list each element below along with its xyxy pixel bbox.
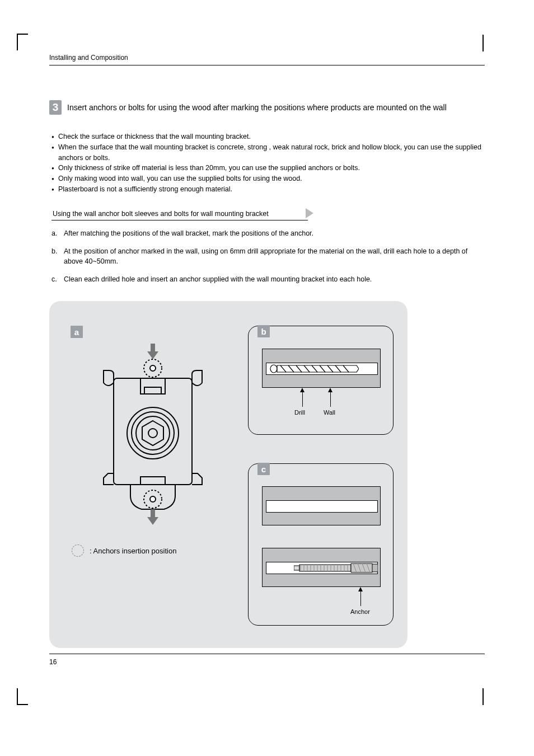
svg-point-7 bbox=[132, 412, 174, 454]
arrow-up-icon bbox=[302, 391, 303, 407]
svg-point-10 bbox=[148, 429, 157, 438]
svg-rect-5 bbox=[144, 387, 161, 394]
step-heading: 3 Insert anchors or bolts for using the … bbox=[49, 100, 485, 115]
bullet-list: Check the surface or thickness that the … bbox=[51, 132, 485, 195]
bullet-item: When the surface that the wall mounting … bbox=[51, 142, 485, 163]
crop-mark-top-right bbox=[483, 35, 484, 51]
figure-a-legend: : Anchors insertion position bbox=[72, 544, 176, 557]
letter-label: c. bbox=[51, 274, 64, 284]
page-content: Installing and Composition 3 Insert anch… bbox=[49, 54, 485, 648]
bullet-item: Only thickness of strike off material is… bbox=[51, 163, 485, 173]
figure-a-badge: a bbox=[71, 326, 83, 338]
crop-mark-bottom-right bbox=[483, 688, 484, 705]
figure-a: a bbox=[66, 326, 240, 534]
bullet-item: Plasterboard is not a sufficiently stron… bbox=[51, 184, 485, 195]
figure-c: c Anchor bbox=[248, 463, 394, 626]
figure-c-badge: c bbox=[257, 463, 270, 475]
crop-mark-bottom-left bbox=[17, 688, 28, 705]
anchor-position-icon bbox=[72, 544, 84, 557]
drill-label: Drill bbox=[294, 409, 305, 416]
arrow-up-icon bbox=[360, 590, 361, 606]
anchor-bolt-icon bbox=[294, 563, 378, 573]
svg-point-2 bbox=[150, 365, 156, 371]
figure-b: b Drill Wall bbox=[248, 326, 394, 435]
footer-rule bbox=[49, 654, 485, 654]
wall-hole-icon bbox=[262, 486, 381, 525]
bracket-diagram-icon bbox=[97, 344, 209, 534]
wall-cross-section-icon bbox=[262, 349, 381, 388]
svg-point-6 bbox=[127, 407, 179, 459]
letter-text: At the position of anchor marked in the … bbox=[64, 246, 485, 266]
subheading-text: Using the wall anchor bolt sleeves and b… bbox=[51, 209, 308, 220]
bullet-item: Only making wood into wall, you can use … bbox=[51, 173, 485, 184]
step-number-badge: 3 bbox=[49, 100, 62, 115]
bullet-item: Check the surface or thickness that the … bbox=[51, 132, 485, 142]
svg-point-13 bbox=[150, 496, 156, 502]
svg-marker-14 bbox=[147, 509, 158, 525]
lettered-item: c. Clean each drilled hole and insert an… bbox=[51, 274, 485, 284]
lettered-item: a. After matching the positions of the w… bbox=[51, 228, 485, 238]
drill-bit-icon bbox=[269, 364, 359, 374]
subheading: Using the wall anchor bolt sleeves and b… bbox=[51, 208, 485, 220]
arrow-right-icon bbox=[306, 208, 313, 218]
anchor-label: Anchor bbox=[350, 608, 370, 615]
section-header: Installing and Composition bbox=[49, 54, 485, 65]
crop-mark-top-left bbox=[17, 34, 28, 50]
page-number: 16 bbox=[49, 658, 57, 666]
wall-anchor-icon bbox=[262, 548, 381, 587]
svg-rect-18 bbox=[372, 564, 378, 572]
letter-label: b. bbox=[51, 246, 64, 266]
figure-b-badge: b bbox=[257, 325, 270, 337]
wall-label: Wall bbox=[324, 409, 335, 416]
svg-rect-16 bbox=[294, 566, 299, 570]
illustration-panel: a bbox=[49, 301, 407, 648]
svg-marker-9 bbox=[142, 421, 163, 445]
letter-text: After matching the positions of the wall… bbox=[64, 228, 485, 238]
arrow-up-icon bbox=[330, 391, 331, 407]
legend-text: : Anchors insertion position bbox=[90, 547, 176, 555]
step-title: Insert anchors or bolts for using the wo… bbox=[67, 103, 447, 112]
svg-rect-11 bbox=[140, 477, 165, 485]
svg-point-15 bbox=[270, 365, 277, 373]
letter-text: Clean each drilled hole and insert an an… bbox=[64, 274, 485, 284]
lettered-list: a. After matching the positions of the w… bbox=[51, 228, 485, 285]
svg-marker-0 bbox=[147, 344, 158, 359]
lettered-item: b. At the position of anchor marked in t… bbox=[51, 246, 485, 266]
letter-label: a. bbox=[51, 228, 64, 238]
